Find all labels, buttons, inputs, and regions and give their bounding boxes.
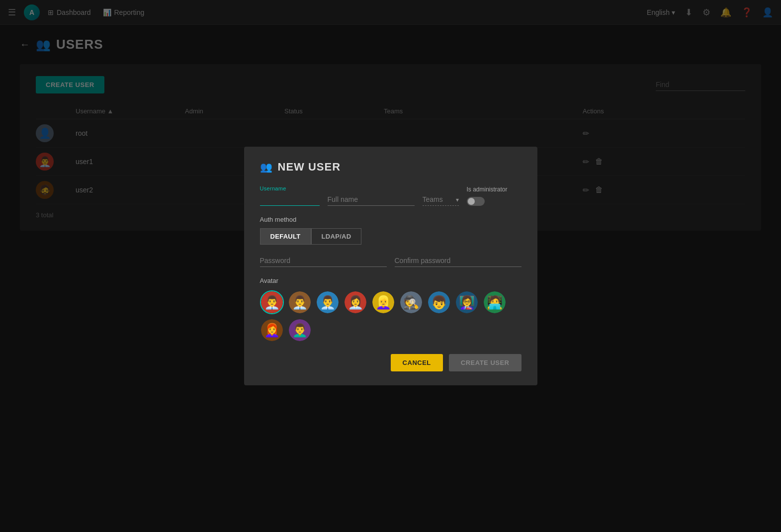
- auth-method-label: Auth method: [260, 216, 521, 223]
- username-label: Username: [260, 185, 320, 191]
- modal-overlay: 👥 NEW USER Username Teams ▾ Is a: [0, 0, 781, 532]
- modal-footer: CANCEL CREATE USER: [260, 354, 521, 371]
- admin-group: Is administrator: [467, 186, 521, 206]
- new-user-modal: 👥 NEW USER Username Teams ▾ Is a: [244, 147, 537, 385]
- teams-select[interactable]: Teams: [423, 193, 459, 206]
- avatar-option[interactable]: 👱‍♀️: [371, 290, 395, 314]
- confirm-password-group: [395, 255, 521, 267]
- modal-create-user-button[interactable]: CREATE USER: [449, 354, 521, 371]
- avatar-section: Avatar 👨‍💼 👨‍💼 👨‍💼 👩‍💼 👱‍♀️: [260, 277, 521, 342]
- avatar-option[interactable]: 👩‍🦰: [260, 318, 284, 342]
- password-input[interactable]: [260, 255, 387, 267]
- modal-title: 👥 NEW USER: [260, 161, 521, 174]
- teams-group: Teams ▾: [423, 193, 459, 206]
- password-group: [260, 255, 387, 267]
- fullname-group: [328, 193, 415, 206]
- avatar-option[interactable]: 👦: [427, 290, 451, 314]
- avatar-option[interactable]: 👨‍💼: [260, 290, 284, 314]
- username-group: Username: [260, 185, 320, 206]
- admin-toggle[interactable]: [467, 197, 485, 206]
- modal-title-icon: 👥: [260, 161, 273, 173]
- avatar-option[interactable]: 👨‍💼: [288, 290, 312, 314]
- auth-default-button[interactable]: DEFAULT: [260, 228, 311, 245]
- auth-ldap-button[interactable]: LDAP/AD: [311, 228, 362, 245]
- avatar-option[interactable]: 🕵️: [399, 290, 423, 314]
- auth-method-section: Auth method DEFAULT LDAP/AD: [260, 216, 521, 245]
- avatar-option[interactable]: 👨‍🦱: [288, 318, 312, 342]
- avatar-option[interactable]: 🧑‍💻: [483, 290, 507, 314]
- username-input[interactable]: [260, 193, 320, 206]
- fullname-input[interactable]: [328, 193, 415, 206]
- avatar-option[interactable]: 👩‍💼: [344, 290, 367, 314]
- avatar-grid: 👨‍💼 👨‍💼 👨‍💼 👩‍💼 👱‍♀️ 🕵️: [260, 290, 521, 342]
- avatar-label: Avatar: [260, 277, 521, 284]
- toggle-knob: [468, 198, 475, 205]
- avatar-option[interactable]: 👨‍💼: [316, 290, 340, 314]
- cancel-button[interactable]: CANCEL: [391, 354, 443, 371]
- password-row: [260, 255, 521, 267]
- confirm-password-input[interactable]: [395, 255, 521, 267]
- avatar-option[interactable]: 👩‍🏫: [455, 290, 479, 314]
- auth-buttons: DEFAULT LDAP/AD: [260, 228, 521, 245]
- modal-row1: Username Teams ▾ Is administrator: [260, 185, 521, 206]
- admin-label: Is administrator: [467, 186, 521, 193]
